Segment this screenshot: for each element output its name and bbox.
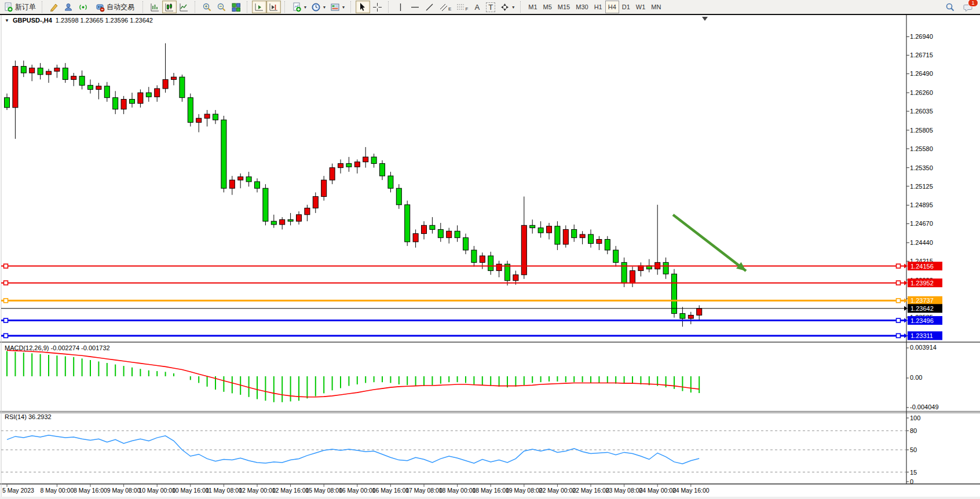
crosshair-icon xyxy=(372,2,382,12)
main-chart-pane[interactable] xyxy=(0,15,906,343)
line-chart-button[interactable] xyxy=(177,1,191,13)
toolbar-separator xyxy=(520,1,523,13)
tab-m1[interactable]: M1 xyxy=(525,1,540,13)
trendline-icon xyxy=(425,2,434,12)
tab-d1[interactable]: D1 xyxy=(619,1,633,13)
fibo-sub-label: F xyxy=(465,6,468,12)
templates-button[interactable]: ▾ xyxy=(328,1,347,13)
auto-trading-button[interactable]: 自动交易 xyxy=(90,1,139,13)
profiles-button[interactable] xyxy=(61,1,76,13)
zoom-out-icon xyxy=(217,2,226,12)
ohlc-values: 1.23598 1.23665 1.23596 1.23642 xyxy=(56,17,153,24)
notifications-button[interactable]: 1 xyxy=(961,1,975,13)
chart-shift-button[interactable] xyxy=(266,1,281,13)
toolbar-separator xyxy=(284,1,287,13)
bar-chart-button[interactable] xyxy=(148,1,162,13)
toolbar-separator xyxy=(350,1,353,13)
signal-icon xyxy=(78,2,88,12)
rsi-title: RSI(14) 36.2932 xyxy=(5,413,52,420)
tile-windows-button[interactable] xyxy=(229,1,243,13)
text-label-tool-button[interactable]: T xyxy=(484,1,498,13)
zoom-in-icon xyxy=(202,2,212,12)
date-axis[interactable] xyxy=(0,484,906,497)
text-tool-button[interactable]: A xyxy=(470,1,484,13)
fibonacci-icon xyxy=(456,2,466,12)
crayon-icon xyxy=(49,2,59,12)
toolbar-separator xyxy=(142,1,145,13)
textbox-tool-label: T xyxy=(486,2,495,12)
horizontal-line-icon xyxy=(410,2,420,12)
window-bottom-border xyxy=(0,497,980,499)
trendline-tool-button[interactable] xyxy=(422,1,437,13)
tile-windows-icon xyxy=(231,2,241,12)
new-order-label: 新订单 xyxy=(15,2,36,12)
tab-w1[interactable]: W1 xyxy=(633,1,649,13)
zoom-in-button[interactable] xyxy=(200,1,214,13)
macd-values: -0.002274 -0.001732 xyxy=(50,344,109,351)
channel-icon xyxy=(439,2,449,12)
notification-badge: 1 xyxy=(968,0,978,7)
symbol-period-label: GBPUSD-,H4 xyxy=(13,17,52,24)
styler-button[interactable] xyxy=(47,1,61,13)
rsi-pane[interactable] xyxy=(0,413,906,484)
add-indicator-button[interactable]: ▾ xyxy=(290,1,309,13)
toolbar: 新订单 自动交易 ▾ ▾ xyxy=(0,0,980,15)
channel-tool-button[interactable]: E xyxy=(437,1,454,13)
vertical-line-icon xyxy=(396,2,405,12)
add-indicator-icon xyxy=(292,2,302,12)
line-chart-icon xyxy=(179,2,189,12)
fibonacci-tool-button[interactable]: F xyxy=(454,1,470,13)
chevron-down-icon: ▾ xyxy=(342,5,345,10)
search-icon xyxy=(945,2,955,12)
chart-shift-icon xyxy=(269,2,279,12)
price-axis[interactable] xyxy=(906,15,980,484)
tab-m15[interactable]: M15 xyxy=(555,1,573,13)
profiles-icon xyxy=(64,2,74,12)
arrows-icon xyxy=(500,2,510,12)
auto-trading-label: 自动交易 xyxy=(107,2,134,12)
tab-h4[interactable]: H4 xyxy=(605,1,619,13)
vertical-line-tool-button[interactable] xyxy=(393,1,408,13)
auto-scroll-icon xyxy=(254,2,264,12)
toolbar-separator xyxy=(247,1,250,13)
cursor-tool-button[interactable] xyxy=(356,1,370,13)
tab-h1[interactable]: H1 xyxy=(591,1,605,13)
tab-mn[interactable]: MN xyxy=(648,1,664,13)
candlestick-chart-icon xyxy=(164,2,174,12)
toolbar-separator xyxy=(388,1,391,13)
collapse-arrow-icon[interactable]: ▼ xyxy=(5,18,9,23)
auto-scroll-button[interactable] xyxy=(252,1,266,13)
candlestick-chart-button[interactable] xyxy=(162,1,177,13)
new-order-icon xyxy=(3,2,13,12)
chart-title: ▼ GBPUSD-,H4 1.23598 1.23665 1.23596 1.2… xyxy=(5,17,153,24)
auto-trading-icon xyxy=(95,2,105,12)
rsi-indicator-label: RSI(14) 36.2932 xyxy=(5,413,52,420)
macd-pane[interactable] xyxy=(0,344,906,411)
zoom-out-button[interactable] xyxy=(214,1,229,13)
chevron-down-icon: ▾ xyxy=(304,5,306,10)
toolbar-separator xyxy=(195,1,198,13)
channel-sub-label: E xyxy=(448,6,451,12)
cursor-icon xyxy=(358,2,368,12)
chevron-down-icon: ▾ xyxy=(512,5,514,10)
text-tool-label: A xyxy=(474,3,480,12)
clock-icon xyxy=(311,2,321,12)
toolbar-separator xyxy=(42,1,45,13)
arrows-tool-button[interactable]: ▾ xyxy=(498,1,517,13)
signals-button[interactable] xyxy=(76,1,90,13)
crosshair-tool-button[interactable] xyxy=(370,1,385,13)
horizontal-line-tool-button[interactable] xyxy=(408,1,422,13)
new-order-button[interactable]: 新订单 xyxy=(1,1,38,13)
periods-button[interactable]: ▾ xyxy=(309,1,328,13)
macd-title: MACD(12,26,9) xyxy=(5,344,49,351)
search-button[interactable] xyxy=(943,1,957,13)
template-icon xyxy=(330,2,340,12)
bar-chart-icon xyxy=(150,2,160,12)
chevron-down-icon: ▾ xyxy=(323,5,326,10)
tab-m5[interactable]: M5 xyxy=(540,1,555,13)
tab-m30[interactable]: M30 xyxy=(573,1,591,13)
macd-indicator-label: MACD(12,26,9) -0.002274 -0.001732 xyxy=(5,344,110,351)
